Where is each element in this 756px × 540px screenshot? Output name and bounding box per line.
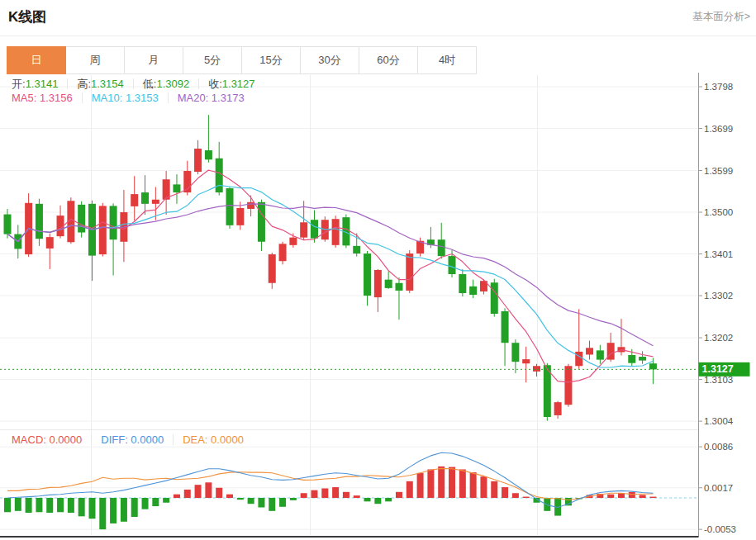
ma-legend-item: MA10: 1.3153 — [92, 92, 159, 104]
period-tabbar: 日周月5分15分30分60分4时 — [7, 46, 477, 74]
candle — [289, 238, 297, 245]
axis-label: 1.3798 — [704, 82, 733, 92]
candle — [131, 194, 138, 206]
fundamental-analysis-link[interactable]: 基本面分析> — [692, 10, 750, 24]
candle — [110, 206, 117, 239]
macd-bar — [301, 493, 307, 498]
macd-bar — [385, 498, 392, 501]
legend-divider — [82, 92, 83, 103]
candle — [205, 150, 212, 159]
candle — [226, 188, 234, 225]
legend-divider — [133, 78, 134, 89]
macd-bar — [470, 472, 477, 498]
macd-legend-item: DIFF: 0.0000 — [101, 433, 164, 446]
ohlc-value: 1.3154 — [91, 78, 124, 90]
page-title: K线图 — [8, 7, 46, 26]
macd-bar — [332, 487, 339, 498]
candle — [511, 343, 519, 362]
candle — [300, 222, 307, 237]
candle — [502, 311, 509, 343]
macd-bar — [4, 498, 11, 512]
tab-月[interactable]: 月 — [124, 46, 183, 74]
macd-bar — [131, 498, 138, 517]
candle — [152, 200, 159, 204]
macd-bar — [99, 498, 106, 529]
tab-60分[interactable]: 60分 — [359, 46, 418, 74]
ohlc-value: 1.3092 — [156, 78, 189, 90]
macd-bar — [216, 488, 222, 498]
macd-bar — [269, 498, 275, 511]
macd-bar — [364, 498, 371, 501]
macd-bar — [417, 473, 424, 498]
macd-bar — [427, 469, 434, 498]
candle — [311, 220, 318, 238]
macd-bar — [15, 498, 21, 511]
macd-bar — [396, 492, 402, 498]
macd-bar — [237, 498, 244, 500]
ma-legend-item: MA20: 1.3173 — [178, 92, 245, 104]
tab-周[interactable]: 周 — [65, 46, 125, 74]
macd-bar — [279, 498, 286, 507]
macd-bar — [374, 498, 381, 504]
macd-bar — [354, 495, 360, 498]
macd-bar — [311, 490, 317, 498]
tab-5分[interactable]: 5分 — [183, 46, 242, 74]
current-price-badge-label: 1.3127 — [702, 363, 734, 375]
macd-bar — [195, 485, 202, 498]
candles-layer — [4, 115, 657, 420]
macd-histogram — [4, 467, 656, 529]
candle — [194, 149, 202, 172]
macd-bar — [78, 498, 85, 516]
macd-bar — [491, 481, 497, 498]
candle — [216, 159, 223, 192]
candle — [564, 366, 572, 405]
macd-bar — [142, 498, 149, 509]
macd-bar — [152, 498, 159, 506]
candle — [649, 363, 657, 369]
candle — [597, 350, 604, 359]
macd-bar — [110, 498, 116, 523]
candle — [332, 219, 340, 245]
macd-legend: MACD: 0.0000DIFF: 0.0000DEA: 0.0000 — [12, 433, 244, 447]
candle — [522, 359, 530, 363]
axis-label: 1.3699 — [704, 124, 733, 134]
candle — [364, 253, 371, 296]
ohlc-legend-row: 开:1.3141高:1.3154低:1.3092收:1.3127 — [12, 78, 255, 91]
candle — [374, 270, 382, 297]
macd-bar — [480, 476, 487, 498]
macd-bar — [26, 498, 32, 513]
legend-divider — [168, 92, 169, 103]
macd-bar — [226, 495, 233, 498]
ma-legend-row: MA5: 1.3156MA10: 1.3153MA20: 1.3173 — [12, 92, 255, 105]
macd-bar — [407, 481, 413, 498]
macd-bar — [68, 498, 74, 513]
legend-divider — [173, 434, 174, 445]
candle — [236, 208, 244, 225]
candle — [141, 192, 149, 204]
axis-label: 1.3401 — [704, 249, 733, 259]
axis-label: 1.3302 — [704, 291, 733, 301]
macd-bar — [57, 498, 64, 512]
macd-bar — [321, 488, 328, 498]
tab-日[interactable]: 日 — [7, 46, 66, 74]
macd-bar — [248, 498, 254, 504]
candle — [575, 352, 582, 366]
tab-4时[interactable]: 4时 — [417, 46, 477, 74]
ma-legend-item: MA5: 1.3156 — [12, 92, 73, 104]
tab-30分[interactable]: 30分 — [300, 46, 359, 74]
macd-bar — [121, 498, 127, 522]
macd-legend-item: DEA: 0.0000 — [183, 433, 244, 446]
macd-bar — [544, 498, 550, 511]
candle — [269, 254, 276, 283]
candle — [469, 287, 477, 295]
macd-bar — [258, 498, 264, 508]
macd-bar — [523, 497, 530, 498]
axis-label: 1.3599 — [704, 166, 733, 176]
macd-bar — [640, 495, 646, 498]
tab-15分[interactable]: 15分 — [241, 46, 301, 74]
candle — [36, 204, 43, 239]
legend-divider — [67, 78, 68, 89]
ohlc-label: 开: — [12, 78, 26, 90]
macd-bar — [649, 497, 656, 498]
ohlc-label: 收: — [208, 78, 222, 90]
